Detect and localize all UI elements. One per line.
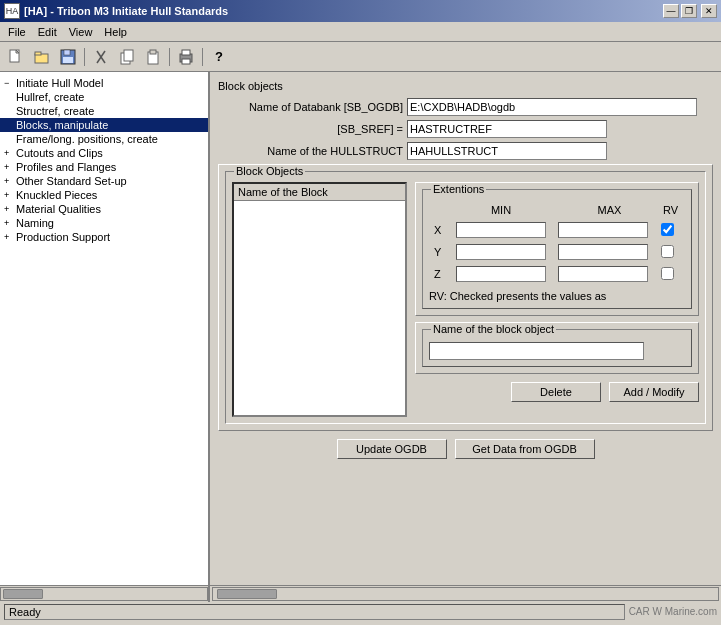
col-min: MIN — [453, 202, 549, 218]
window-title: [HA] - Tribon M3 Initiate Hull Standards — [24, 5, 228, 17]
databank-row: Name of Databank [SB_OGDB] — [218, 98, 713, 116]
tree-item-framepos[interactable]: Frame/long. positions, create — [0, 132, 208, 146]
svg-rect-14 — [182, 50, 190, 55]
tree-item-material[interactable]: + Material Qualities — [0, 202, 208, 216]
toolbar-cut[interactable] — [89, 46, 113, 68]
extensions-label: Extentions — [431, 183, 486, 195]
status-bar: Ready CAR W Marine.com — [0, 601, 721, 621]
toolbar-help[interactable]: ? — [207, 46, 231, 68]
sbsref-row: [SB_SREF] = — [218, 120, 713, 138]
expand-icon: + — [4, 204, 14, 214]
expand-icon: + — [4, 176, 14, 186]
tree-item-other-standard[interactable]: + Other Standard Set-up — [0, 174, 208, 188]
hullstruct-input[interactable] — [407, 142, 607, 160]
z-rv-checkbox[interactable] — [661, 267, 674, 280]
tree-label: Hullref, create — [16, 91, 84, 103]
menu-view[interactable]: View — [63, 24, 99, 40]
menu-bar: File Edit View Help — [0, 22, 721, 42]
expand-icon: + — [4, 162, 14, 172]
minimize-button[interactable]: — — [663, 4, 679, 18]
tree-label: Initiate Hull Model — [16, 77, 103, 89]
tree-item-profiles-flanges[interactable]: + Profiles and Flanges — [0, 160, 208, 174]
restore-button[interactable]: ❐ — [681, 4, 697, 18]
title-bar: HA [HA] - Tribon M3 Initiate Hull Standa… — [0, 0, 721, 22]
hullstruct-row: Name of the HULLSTRUCT — [218, 142, 713, 160]
list-header: Name of the Block — [234, 184, 405, 201]
svg-rect-5 — [64, 50, 70, 55]
tree-item-hullref-create[interactable]: Hullref, create — [0, 90, 208, 104]
tree-label: Knuckled Pieces — [16, 189, 97, 201]
svg-rect-10 — [124, 50, 133, 61]
tree-panel: − Initiate Hull Model Hullref, create St… — [0, 72, 210, 585]
tree-item-blocks-manipulate[interactable]: Blocks, manipulate — [0, 118, 208, 132]
toolbar-sep-3 — [202, 48, 203, 66]
x-min-input[interactable] — [456, 222, 546, 238]
app-icon: HA — [4, 3, 20, 19]
tree-item-naming[interactable]: + Naming — [0, 216, 208, 230]
svg-rect-15 — [182, 59, 190, 64]
expand-icon: − — [4, 78, 14, 88]
x-rv-checkbox[interactable] — [661, 223, 674, 236]
databank-input[interactable] — [407, 98, 697, 116]
update-ogdb-button[interactable]: Update OGDB — [337, 439, 447, 459]
z-max-input[interactable] — [558, 266, 648, 282]
tree-label: Production Support — [16, 231, 110, 243]
block-list[interactable]: Name of the Block — [232, 182, 407, 417]
toolbar-open[interactable] — [30, 46, 54, 68]
tree-item-production-support[interactable]: + Production Support — [0, 230, 208, 244]
close-button[interactable]: ✕ — [701, 4, 717, 18]
rv-note: RV: Checked presents the values as — [429, 290, 685, 302]
menu-help[interactable]: Help — [98, 24, 133, 40]
tree-item-knuckled[interactable]: + Knuckled Pieces — [0, 188, 208, 202]
tree-label: Material Qualities — [16, 203, 101, 215]
expand-icon: + — [4, 148, 14, 158]
add-modify-button[interactable]: Add / Modify — [609, 382, 699, 402]
y-rv-checkbox[interactable] — [661, 245, 674, 258]
tree-label: Blocks, manipulate — [16, 119, 108, 131]
tree-label: Cutouts and Clips — [16, 147, 103, 159]
toolbar-print[interactable] — [174, 46, 198, 68]
y-min-input[interactable] — [456, 244, 546, 260]
tree-label: Profiles and Flanges — [16, 161, 116, 173]
sbsref-label: [SB_SREF] = — [218, 123, 403, 135]
content-panel: Block objects Name of Databank [SB_OGDB]… — [210, 72, 721, 585]
toolbar-save[interactable] — [56, 46, 80, 68]
y-max-input[interactable] — [558, 244, 648, 260]
tree-item-initiate-hull-model[interactable]: − Initiate Hull Model — [0, 76, 208, 90]
row-x-label: X — [431, 220, 451, 240]
row-z-label: Z — [431, 264, 451, 284]
tree-label: Naming — [16, 217, 54, 229]
tree-label: Frame/long. positions, create — [16, 133, 158, 145]
expand-icon: + — [4, 190, 14, 200]
expand-icon: + — [4, 232, 14, 242]
block-object-name-input[interactable] — [429, 342, 644, 360]
svg-rect-12 — [150, 50, 156, 54]
svg-rect-6 — [63, 57, 73, 63]
block-objects-title: Block objects — [218, 80, 713, 92]
toolbar-sep-2 — [169, 48, 170, 66]
col-rv: RV — [653, 202, 681, 218]
x-max-input[interactable] — [558, 222, 648, 238]
tree-label: Other Standard Set-up — [16, 175, 127, 187]
tree-label: Structref, create — [16, 105, 94, 117]
toolbar-paste[interactable] — [141, 46, 165, 68]
sbsref-input[interactable] — [407, 120, 607, 138]
col-max: MAX — [551, 202, 651, 218]
z-min-input[interactable] — [456, 266, 546, 282]
status-text: Ready — [4, 604, 625, 620]
hullstruct-label: Name of the HULLSTRUCT — [218, 145, 403, 157]
toolbar-copy[interactable] — [115, 46, 139, 68]
get-data-ogdb-button[interactable]: Get Data from OGDB — [455, 439, 595, 459]
menu-edit[interactable]: Edit — [32, 24, 63, 40]
toolbar-new[interactable] — [4, 46, 28, 68]
expand-icon: + — [4, 218, 14, 228]
block-objects-group-label: Block Objects — [234, 165, 305, 177]
svg-rect-3 — [35, 52, 41, 55]
tree-item-cutouts-clips[interactable]: + Cutouts and Clips — [0, 146, 208, 160]
row-y-label: Y — [431, 242, 451, 262]
block-object-name-label: Name of the block object — [431, 323, 556, 335]
toolbar-sep-1 — [84, 48, 85, 66]
delete-button[interactable]: Delete — [511, 382, 601, 402]
tree-item-structref-create[interactable]: Structref, create — [0, 104, 208, 118]
menu-file[interactable]: File — [2, 24, 32, 40]
